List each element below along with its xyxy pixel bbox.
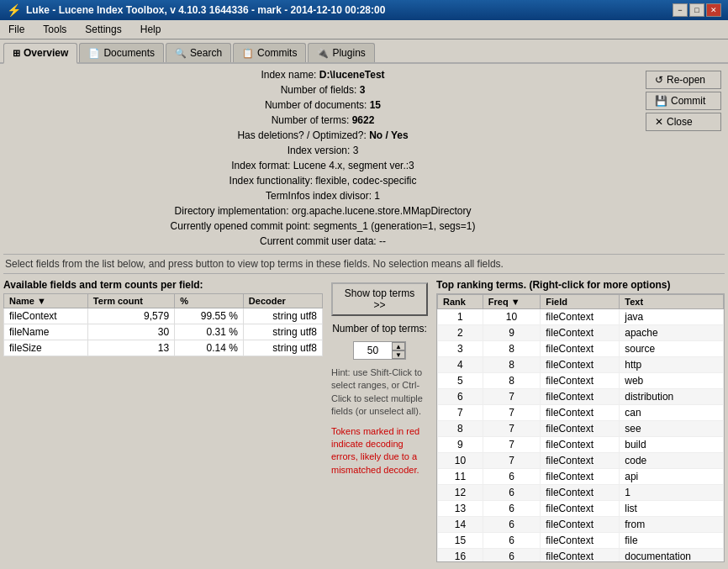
docs-value: 15 bbox=[370, 99, 381, 111]
close-window-button[interactable]: ✕ bbox=[706, 3, 721, 17]
term-rank-cell: 11 bbox=[438, 469, 483, 485]
top-terms-spinner[interactable] bbox=[354, 343, 392, 358]
field-term-count-cell: 9,579 bbox=[87, 308, 174, 324]
bottom-section: Available fields and term counts per fie… bbox=[3, 279, 725, 562]
terminfos-label: TermInfos index divisor: bbox=[266, 190, 372, 202]
spinner-up-button[interactable]: ▲ bbox=[392, 342, 405, 350]
fields-value: 3 bbox=[360, 84, 366, 96]
field-decoder-cell: string utf8 bbox=[243, 324, 322, 340]
close-icon: ✕ bbox=[655, 116, 663, 128]
table-row[interactable]: 4 8 fileContext http bbox=[438, 357, 724, 373]
col-rank[interactable]: Rank bbox=[438, 295, 483, 309]
table-row[interactable]: fileSize 13 0.14 % string utf8 bbox=[4, 340, 323, 356]
hint-text-1: Hint: use Shift-Click to select ranges, … bbox=[331, 366, 428, 419]
terms-table: Rank Freq ▼ Field Text 1 10 fileContext … bbox=[437, 294, 724, 562]
term-freq-cell: 10 bbox=[483, 309, 540, 325]
col-name[interactable]: Name ▼ bbox=[4, 294, 88, 308]
table-row[interactable]: fileName 30 0.31 % string utf8 bbox=[4, 324, 323, 340]
term-field-cell: fileContext bbox=[541, 389, 620, 405]
show-top-terms-button[interactable]: Show top terms >> bbox=[331, 282, 428, 316]
top-terms-panel-title: Top ranking terms. (Right-click for more… bbox=[436, 279, 725, 291]
term-text-cell: 1 bbox=[620, 485, 724, 501]
term-rank-cell: 9 bbox=[438, 437, 483, 453]
table-row[interactable]: 15 6 fileContext file bbox=[438, 533, 724, 549]
format-label: Index format: bbox=[231, 160, 290, 171]
tab-plugins[interactable]: 🔌 Plugins bbox=[308, 43, 374, 62]
col-text[interactable]: Text bbox=[620, 295, 724, 309]
menu-tools[interactable]: Tools bbox=[38, 22, 71, 37]
fields-table: Name ▼ Term count % Decoder fileContext … bbox=[3, 293, 323, 356]
tab-overview-label: Overview bbox=[24, 47, 68, 59]
index-info: Index name: D:\luceneTest Number of fiel… bbox=[3, 67, 642, 249]
col-freq[interactable]: Freq ▼ bbox=[483, 295, 540, 309]
term-freq-cell: 8 bbox=[483, 357, 540, 373]
action-buttons: ↺ Re-open 💾 Commit ✕ Close bbox=[642, 67, 725, 134]
col-pct[interactable]: % bbox=[175, 294, 244, 308]
commit-button[interactable]: 💾 Commit bbox=[646, 92, 721, 110]
tab-commits[interactable]: 📋 Commits bbox=[233, 43, 306, 62]
tab-search[interactable]: 🔍 Search bbox=[166, 43, 231, 62]
minimize-button[interactable]: − bbox=[673, 3, 688, 17]
term-rank-cell: 14 bbox=[438, 517, 483, 533]
table-row[interactable]: 5 8 fileContext web bbox=[438, 373, 724, 389]
term-field-cell: fileContext bbox=[541, 405, 620, 421]
menu-file[interactable]: File bbox=[3, 22, 29, 37]
fields-label: Number of fields: bbox=[281, 84, 357, 96]
col-term-count[interactable]: Term count bbox=[87, 294, 174, 308]
menu-help[interactable]: Help bbox=[135, 22, 166, 37]
maximize-button[interactable]: □ bbox=[689, 3, 704, 17]
spinner-down-button[interactable]: ▼ bbox=[392, 350, 405, 359]
term-field-cell: fileContext bbox=[541, 533, 620, 549]
table-row[interactable]: 13 6 fileContext list bbox=[438, 501, 724, 517]
term-freq-cell: 6 bbox=[483, 533, 540, 549]
table-row[interactable]: 3 8 fileContext source bbox=[438, 341, 724, 357]
sort-icon-name: ▼ bbox=[37, 296, 46, 306]
plugins-tab-icon: 🔌 bbox=[317, 48, 329, 59]
tab-documents[interactable]: 📄 Documents bbox=[79, 43, 164, 62]
main-content: Index name: D:\luceneTest Number of fiel… bbox=[0, 64, 728, 566]
table-row[interactable]: fileContext 9,579 99.55 % string utf8 bbox=[4, 308, 323, 324]
close-button[interactable]: ✕ Close bbox=[646, 113, 721, 131]
field-decoder-cell: string utf8 bbox=[243, 308, 322, 324]
term-field-cell: fileContext bbox=[541, 357, 620, 373]
commits-tab-icon: 📋 bbox=[242, 48, 254, 59]
table-row[interactable]: 2 9 fileContext apache bbox=[438, 325, 724, 341]
term-freq-cell: 6 bbox=[483, 469, 540, 485]
table-row[interactable]: 16 6 fileContext documentation bbox=[438, 549, 724, 563]
left-panel: Available fields and term counts per fie… bbox=[3, 279, 323, 562]
term-text-cell: api bbox=[620, 469, 724, 485]
reopen-button[interactable]: ↺ Re-open bbox=[646, 71, 721, 89]
tabs-bar: ⊞ Overview 📄 Documents 🔍 Search 📋 Commit… bbox=[0, 40, 728, 64]
table-row[interactable]: 14 6 fileContext from bbox=[438, 517, 724, 533]
table-row[interactable]: 1 10 fileContext java bbox=[438, 309, 724, 325]
table-row[interactable]: 9 7 fileContext build bbox=[438, 437, 724, 453]
term-field-cell: fileContext bbox=[541, 421, 620, 437]
terms-table-container[interactable]: Rank Freq ▼ Field Text 1 10 fileContext … bbox=[436, 293, 725, 562]
table-row[interactable]: 12 6 fileContext 1 bbox=[438, 485, 724, 501]
field-pct-cell: 0.14 % bbox=[175, 340, 244, 356]
user-data-value: -- bbox=[379, 235, 386, 247]
term-freq-cell: 9 bbox=[483, 325, 540, 341]
table-row[interactable]: 8 7 fileContext see bbox=[438, 421, 724, 437]
table-row[interactable]: 11 6 fileContext api bbox=[438, 469, 724, 485]
terms-label: Number of terms: bbox=[272, 114, 350, 126]
table-row[interactable]: 6 7 fileContext distribution bbox=[438, 389, 724, 405]
tab-overview[interactable]: ⊞ Overview bbox=[3, 43, 77, 64]
term-field-cell: fileContext bbox=[541, 469, 620, 485]
term-text-cell: can bbox=[620, 405, 724, 421]
menu-settings[interactable]: Settings bbox=[80, 22, 126, 37]
term-rank-cell: 10 bbox=[438, 453, 483, 469]
term-text-cell: code bbox=[620, 453, 724, 469]
table-row[interactable]: 7 7 fileContext can bbox=[438, 405, 724, 421]
index-name-value: D:\luceneTest bbox=[319, 69, 385, 81]
term-field-cell: fileContext bbox=[541, 341, 620, 357]
commit-icon: 💾 bbox=[655, 95, 667, 107]
table-row[interactable]: 10 7 fileContext code bbox=[438, 453, 724, 469]
col-field[interactable]: Field bbox=[541, 295, 620, 309]
version-label: Index version: bbox=[288, 145, 351, 156]
col-decoder[interactable]: Decoder bbox=[243, 294, 322, 308]
deletions-value: No / Yes bbox=[369, 129, 408, 141]
term-field-cell: fileContext bbox=[541, 309, 620, 325]
term-field-cell: fileContext bbox=[541, 325, 620, 341]
terms-value: 9622 bbox=[352, 114, 375, 126]
